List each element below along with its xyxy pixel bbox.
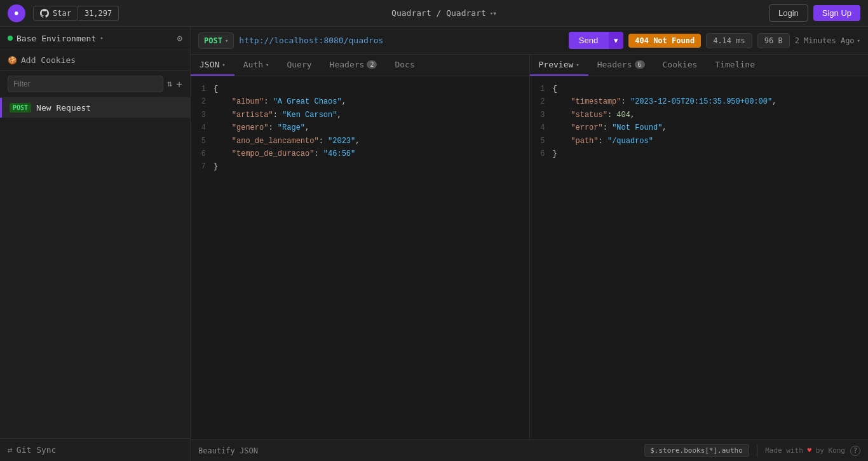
request-tabs: JSON ▾ Auth ▾ Query Headers 2 [191,55,529,76]
tab-json[interactable]: JSON ▾ [191,55,234,76]
env-name: Base Environment [17,34,96,43]
content-area: POST ▾ Send ▾ 404 Not Found 4.14 ms 96 B… [191,27,868,461]
filter-input[interactable] [8,76,163,92]
response-size: 96 B [757,33,790,48]
tab-json-arrow-icon: ▾ [222,62,225,68]
send-button-group: Send ▾ [569,32,623,49]
tab-docs-label: Docs [395,60,414,69]
response-body-editor[interactable]: 1 { 2 "timestamp": "2023-12-05T20:15:35.… [530,76,869,439]
tab-preview-arrow-icon: ▾ [576,62,579,68]
tab-preview[interactable]: Preview ▾ [530,55,588,76]
tab-json-label: JSON [200,60,219,69]
filter-row: ⇅ + [0,71,190,98]
auth-buttons: Login Sign Up [769,4,860,22]
tab-headers[interactable]: Headers 2 [321,55,386,76]
send-dropdown-button[interactable]: ▾ [608,32,623,49]
method-label: POST [204,36,222,45]
env-status-dot [8,36,13,41]
star-label: Star [53,9,71,18]
tab-timeline-label: Timeline [715,60,755,69]
request-item[interactable]: POST New Request [0,98,190,118]
response-status-bar: 404 Not Found 4.14 ms 96 B 2 Minutes Ago… [628,33,860,48]
method-dropdown[interactable]: POST ▾ [198,32,234,49]
git-sync-icon: ⇄ [8,445,13,455]
request-body-editor[interactable]: 1 { 2 "album": "A Great Chaos", 3 "artis… [191,76,529,439]
tab-auth[interactable]: Auth ▾ [234,55,278,76]
environment-selector[interactable]: Base Environment ▾ ⚙ [0,27,190,50]
breadcrumb-text: Quadrart / Quadrart [391,8,486,18]
made-with-label: Made with ♥ by Kong [765,446,845,455]
request-name: New Request [36,103,91,113]
gear-icon[interactable]: ⚙ [177,33,182,43]
tab-query-label: Query [287,60,311,69]
env-chevron-icon: ▾ [100,35,103,41]
request-panel: JSON ▾ Auth ▾ Query Headers 2 [191,55,530,439]
tab-cookies-label: Cookies [663,60,698,69]
resp-line-3: 3 "status": 404, [535,109,864,121]
help-icon[interactable]: ? [850,446,860,456]
code-line-2: 2 "album": "A Great Chaos", [196,95,524,108]
tab-response-headers[interactable]: Headers 6 [588,55,654,76]
response-panel: Preview ▾ Headers 6 Cookies Timeline [530,55,869,439]
time-ago-chevron-icon: ▾ [857,38,860,44]
github-star-button[interactable]: Star [33,6,78,21]
breadcrumb: Quadrart / Quadrart ▾ [119,8,769,18]
git-sync-label: Git Sync [17,445,57,455]
send-button[interactable]: Send [569,32,608,49]
heart-icon: ♥ [807,446,811,455]
main-layout: Base Environment ▾ ⚙ 🍪 Add Cookies ⇅ + P… [0,27,868,461]
response-headers-badge: 6 [635,60,645,69]
jpath-input[interactable] [644,444,749,457]
cookie-icon: 🍪 [8,56,17,65]
bottom-right: Made with ♥ by Kong ? [644,444,860,457]
beautify-json-button[interactable]: Beautify JSON [198,446,258,455]
panels: JSON ▾ Auth ▾ Query Headers 2 [191,55,868,439]
tab-auth-arrow-icon: ▾ [266,62,269,68]
tab-timeline[interactable]: Timeline [706,55,764,76]
resp-line-2: 2 "timestamp": "2023-12-05T20:15:35.950+… [535,95,864,108]
sort-icon[interactable]: ⇅ [167,78,172,90]
response-time-ago: 2 Minutes Ago ▾ [795,36,860,45]
resp-line-4: 4 "error": "Not Found", [535,121,864,134]
response-time: 4.14 ms [706,33,752,48]
method-badge: POST [10,103,31,113]
bottom-left: Beautify JSON [198,446,258,455]
cookies-label: Add Cookies [21,55,76,65]
git-sync-button[interactable]: ⇄ Git Sync [0,438,190,461]
tab-headers-label: Headers [330,60,365,69]
add-request-icon[interactable]: + [176,78,182,90]
sidebar: Base Environment ▾ ⚙ 🍪 Add Cookies ⇅ + P… [0,27,191,461]
tab-auth-label: Auth [243,60,263,69]
env-label[interactable]: Base Environment ▾ [8,34,104,43]
status-code: 404 [635,36,649,45]
sidebar-spacer [0,118,190,438]
method-arrow-icon: ▾ [225,38,228,44]
code-line-6: 6 "tempo_de_duracao": "46:56" [196,148,524,160]
status-text: Not Found [653,36,695,45]
breadcrumb-chevron-icon[interactable]: ▾ [490,10,496,17]
code-line-5: 5 "ano_de_lancamento": "2023", [196,135,524,148]
code-line-1: 1 { [196,83,524,95]
add-cookies-button[interactable]: 🍪 Add Cookies [0,50,190,71]
tab-preview-label: Preview [539,60,574,69]
code-line-7: 7 } [196,160,524,173]
app-logo [8,4,25,22]
code-line-3: 3 "artista": "Ken Carson", [196,109,524,121]
url-input[interactable] [239,36,564,45]
bottom-divider [757,444,757,457]
tab-response-headers-label: Headers [597,60,632,69]
response-tabs: Preview ▾ Headers 6 Cookies Timeline [530,55,869,76]
login-button[interactable]: Login [769,4,808,22]
star-count: 31,297 [78,6,119,21]
bottom-bar: Beautify JSON Made with ♥ by Kong ? [191,439,868,461]
resp-line-6: 6 } [535,148,864,160]
tab-cookies[interactable]: Cookies [654,55,707,76]
tab-docs[interactable]: Docs [386,55,423,76]
resp-line-1: 1 { [535,83,864,95]
resp-line-5: 5 "path": "/quadros" [535,135,864,148]
code-line-4: 4 "genero": "Rage", [196,121,524,134]
status-badge: 404 Not Found [628,34,701,48]
signup-button[interactable]: Sign Up [813,5,860,21]
request-bar: POST ▾ Send ▾ 404 Not Found 4.14 ms 96 B… [191,27,868,55]
tab-query[interactable]: Query [278,55,320,76]
